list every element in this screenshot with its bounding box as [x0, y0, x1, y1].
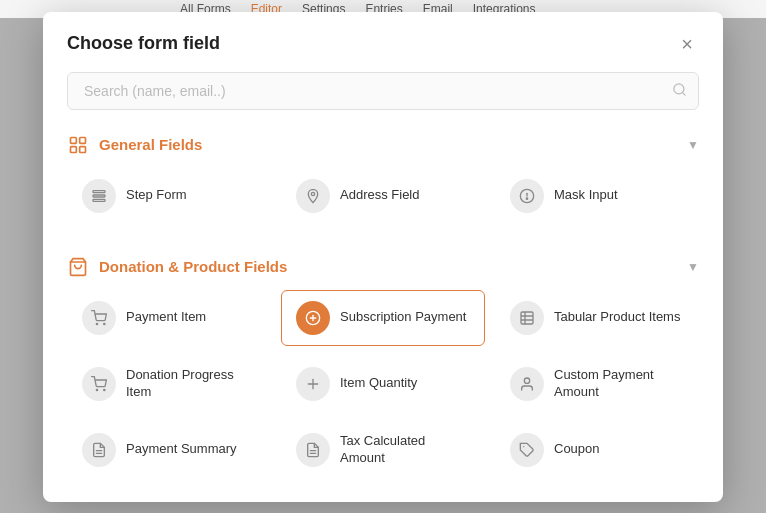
- svg-point-9: [311, 192, 314, 195]
- modal-header: Choose form field ×: [43, 12, 723, 72]
- field-item-donation-progress-item[interactable]: Donation Progress Item: [67, 356, 271, 412]
- svg-line-1: [682, 92, 685, 95]
- field-item-payment-item[interactable]: Payment Item: [67, 290, 271, 346]
- svg-rect-3: [80, 137, 86, 143]
- general-fields-section: General Fields ▼ Step Form: [43, 126, 723, 236]
- general-fields-label: General Fields: [99, 136, 202, 153]
- donation-fields-label: Donation & Product Fields: [99, 258, 287, 275]
- donation-progress-item-label: Donation Progress Item: [126, 367, 256, 401]
- general-fields-header[interactable]: General Fields ▼: [67, 126, 699, 168]
- field-item-payment-summary[interactable]: Payment Summary: [67, 422, 271, 478]
- subscription-payment-label: Subscription Payment: [340, 309, 466, 326]
- field-item-step-form[interactable]: Step Form: [67, 168, 271, 224]
- search-bar: [67, 72, 699, 110]
- svg-point-21: [96, 389, 97, 390]
- item-quantity-icon: [296, 367, 330, 401]
- svg-rect-8: [93, 199, 105, 201]
- mask-input-label: Mask Input: [554, 187, 618, 204]
- svg-point-22: [104, 389, 105, 390]
- search-icon: [672, 82, 687, 100]
- coupon-icon: [510, 433, 544, 467]
- custom-payment-amount-icon: [510, 367, 544, 401]
- search-input[interactable]: [67, 72, 699, 110]
- payment-summary-label: Payment Summary: [126, 441, 237, 458]
- bag-icon: [67, 256, 89, 278]
- grid-icon: [67, 134, 89, 156]
- svg-rect-2: [71, 137, 77, 143]
- mask-input-icon: [510, 179, 544, 213]
- svg-point-12: [96, 323, 97, 324]
- payment-item-label: Payment Item: [126, 309, 206, 326]
- choose-field-modal: Choose form field ×: [43, 12, 723, 502]
- svg-rect-6: [93, 190, 105, 192]
- tabular-product-items-icon: [510, 301, 544, 335]
- donation-progress-item-icon: [82, 367, 116, 401]
- address-field-icon: [296, 179, 330, 213]
- svg-rect-4: [71, 146, 77, 152]
- subscription-payment-icon: [296, 301, 330, 335]
- svg-rect-7: [93, 195, 105, 197]
- step-form-icon: [82, 179, 116, 213]
- item-quantity-label: Item Quantity: [340, 375, 417, 392]
- donation-fields-header[interactable]: Donation & Product Fields ▼: [67, 248, 699, 290]
- payment-item-icon: [82, 301, 116, 335]
- coupon-label: Coupon: [554, 441, 600, 458]
- field-item-tax-calculated-amount[interactable]: Tax Calculated Amount: [281, 422, 485, 478]
- svg-rect-5: [80, 146, 86, 152]
- field-item-coupon[interactable]: Coupon: [495, 422, 699, 478]
- modal-overlay: All Forms Editor Settings Entries Email …: [0, 0, 766, 513]
- tax-calculated-amount-icon: [296, 433, 330, 467]
- svg-rect-17: [521, 312, 533, 324]
- payment-summary-icon: [82, 433, 116, 467]
- step-form-label: Step Form: [126, 187, 187, 204]
- modal-title: Choose form field: [67, 33, 220, 54]
- address-field-label: Address Field: [340, 187, 419, 204]
- tabular-product-items-label: Tabular Product Items: [554, 309, 680, 326]
- close-button[interactable]: ×: [675, 32, 699, 56]
- tax-calculated-amount-label: Tax Calculated Amount: [340, 433, 470, 467]
- general-chevron-icon: ▼: [687, 138, 699, 152]
- field-item-custom-payment-amount[interactable]: Custom Payment Amount: [495, 356, 699, 412]
- svg-point-10: [526, 198, 527, 199]
- custom-payment-amount-label: Custom Payment Amount: [554, 367, 684, 401]
- svg-point-25: [524, 378, 529, 383]
- general-fields-grid: Step Form Address Field: [67, 168, 699, 224]
- field-item-subscription-payment[interactable]: Subscription Payment: [281, 290, 485, 346]
- field-item-tabular-product-items[interactable]: Tabular Product Items: [495, 290, 699, 346]
- donation-fields-grid: Payment Item Subscription Payment: [67, 290, 699, 478]
- field-item-mask-input[interactable]: Mask Input: [495, 168, 699, 224]
- donation-chevron-icon: ▼: [687, 260, 699, 274]
- donation-fields-section: Donation & Product Fields ▼ Payment Item: [43, 248, 723, 490]
- field-item-address-field[interactable]: Address Field: [281, 168, 485, 224]
- field-item-item-quantity[interactable]: Item Quantity: [281, 356, 485, 412]
- svg-point-13: [104, 323, 105, 324]
